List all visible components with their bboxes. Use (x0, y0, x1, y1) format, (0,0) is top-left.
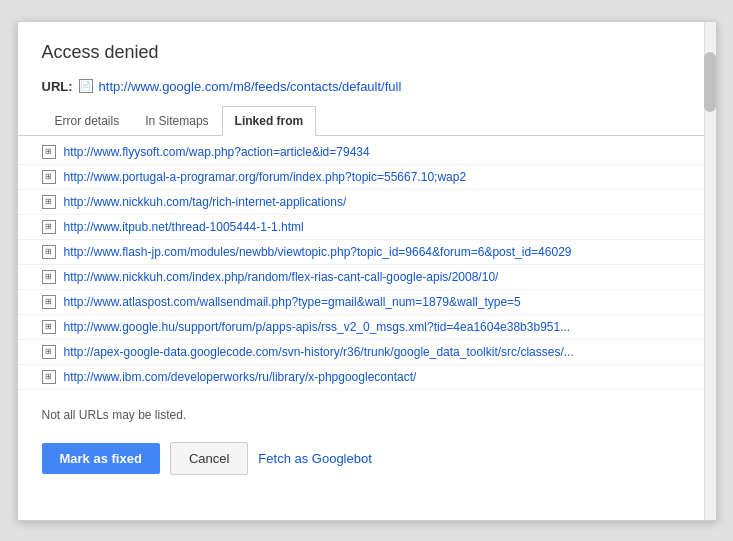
list-item: ⊞http://www.flyysoft.com/wap.php?action=… (18, 140, 716, 165)
cancel-button[interactable]: Cancel (170, 442, 248, 475)
link-page-icon: ⊞ (42, 145, 56, 159)
linked-url[interactable]: http://www.nickkuh.com/index.php/random/… (64, 270, 499, 284)
linked-url[interactable]: http://www.nickkuh.com/tag/rich-internet… (64, 195, 347, 209)
scrollbar-track[interactable] (704, 22, 716, 520)
linked-url[interactable]: http://apex-google-data.googlecode.com/s… (64, 345, 574, 359)
linked-url[interactable]: http://www.google.hu/support/forum/p/app… (64, 320, 571, 334)
fetch-as-googlebot-link[interactable]: Fetch as Googlebot (258, 443, 371, 474)
tab-in-sitemaps[interactable]: In Sitemaps (132, 106, 221, 136)
linked-url[interactable]: http://www.flyysoft.com/wap.php?action=a… (64, 145, 370, 159)
url-note: Not all URLs may be listed. (18, 394, 716, 426)
list-item: ⊞http://www.itpub.net/thread-1005444-1-1… (18, 215, 716, 240)
url-page-icon: 📄 (79, 79, 93, 93)
tab-error-details[interactable]: Error details (42, 106, 133, 136)
linked-url[interactable]: http://www.flash-jp.com/modules/newbb/vi… (64, 245, 572, 259)
url-link[interactable]: http://www.google.com/m8/feeds/contacts/… (99, 79, 402, 94)
list-item: ⊞http://www.portugal-a-programar.org/for… (18, 165, 716, 190)
link-page-icon: ⊞ (42, 220, 56, 234)
mark-as-fixed-button[interactable]: Mark as fixed (42, 443, 160, 474)
url-label: URL: (42, 79, 73, 94)
link-page-icon: ⊞ (42, 195, 56, 209)
list-item: ⊞http://www.ibm.com/developerworks/ru/li… (18, 365, 716, 390)
tabs-bar: Error details In Sitemaps Linked from (18, 106, 716, 136)
link-list: ⊞http://www.flyysoft.com/wap.php?action=… (18, 136, 716, 394)
list-item: ⊞http://www.google.hu/support/forum/p/ap… (18, 315, 716, 340)
tab-linked-from[interactable]: Linked from (222, 106, 317, 136)
list-item: ⊞http://www.flash-jp.com/modules/newbb/v… (18, 240, 716, 265)
scrollbar-thumb[interactable] (704, 52, 716, 112)
linked-url[interactable]: http://www.itpub.net/thread-1005444-1-1.… (64, 220, 304, 234)
link-page-icon: ⊞ (42, 345, 56, 359)
dialog-title: Access denied (18, 22, 716, 75)
link-page-icon: ⊞ (42, 295, 56, 309)
linked-url[interactable]: http://www.atlaspost.com/wallsendmail.ph… (64, 295, 521, 309)
link-page-icon: ⊞ (42, 320, 56, 334)
link-page-icon: ⊞ (42, 170, 56, 184)
list-item: ⊞http://apex-google-data.googlecode.com/… (18, 340, 716, 365)
linked-url[interactable]: http://www.ibm.com/developerworks/ru/lib… (64, 370, 417, 384)
access-denied-dialog: Access denied URL: 📄 http://www.google.c… (17, 21, 717, 521)
url-row: URL: 📄 http://www.google.com/m8/feeds/co… (18, 75, 716, 106)
list-item: ⊞http://www.nickkuh.com/tag/rich-interne… (18, 190, 716, 215)
dialog-footer: Mark as fixed Cancel Fetch as Googlebot (18, 426, 716, 483)
link-page-icon: ⊞ (42, 370, 56, 384)
linked-url[interactable]: http://www.portugal-a-programar.org/foru… (64, 170, 467, 184)
link-page-icon: ⊞ (42, 245, 56, 259)
list-item: ⊞http://www.nickkuh.com/index.php/random… (18, 265, 716, 290)
link-page-icon: ⊞ (42, 270, 56, 284)
list-item: ⊞http://www.atlaspost.com/wallsendmail.p… (18, 290, 716, 315)
